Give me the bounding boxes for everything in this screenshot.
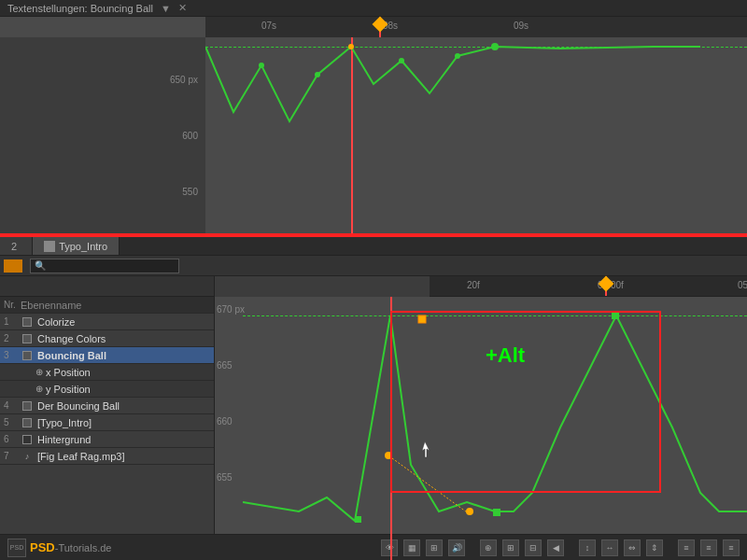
layer-icon-typo-intro [21,416,34,429]
status-icon-2[interactable]: ▦ [403,539,420,556]
layer-row-bouncing-ball[interactable]: 3 Bouncing Ball [0,347,214,364]
status-icon-15[interactable]: ≡ [723,539,740,556]
layer-num-7: 7 [4,451,21,461]
graph-canvas-top [205,37,747,233]
spacer2 [570,539,573,556]
layer-num-6: 6 [4,434,21,444]
ruler-05f: 05f [738,280,747,290]
svg-point-4 [455,53,460,59]
layer-panel: Nr. Ebenenname 1 Colorize 2 Change Color… [0,297,215,560]
y-label-650: 650 px [170,75,198,85]
layer-name-y-position: y Position [46,384,210,395]
search-input[interactable] [30,259,179,273]
timeline-ruler-top: 07s 08s 09s [205,17,747,37]
bottom-panel: 2 Typo_Intro 20f 08:00f 05f Nr. [0,237,747,560]
svg-rect-6 [355,516,361,523]
alt-label: +Alt [486,343,525,368]
y-axis-labels: 650 px 600 550 [0,37,205,233]
layer-row-der-bouncing-ball[interactable]: 4 Der Bouncing Ball [0,398,214,414]
spacer3 [669,539,672,556]
tab-typo-intro-label: Typo_Intro [59,241,107,252]
top-title-label: Textenstellungen: Bouncing Ball [7,3,153,14]
layer-name-mp3: [Fig Leaf Rag.mp3] [37,451,210,462]
sub-icon-y: ⊕ [35,384,43,394]
status-icon-14[interactable]: ≡ [700,539,717,556]
col-ebenenname: Ebenenname [21,300,210,311]
orange-block [4,259,22,273]
playhead-bottom-ruler [605,276,607,296]
layer-row-colorize[interactable]: 1 Colorize [0,314,214,330]
top-graph-area: 650 px 600 550 07s 08s 09s [0,17,747,233]
status-icon-1[interactable]: 👁 [381,539,398,556]
spacer [471,539,474,556]
graph-area-bottom: 670 px 665 660 655 +Alt [215,297,747,560]
layer-row-hintergrund[interactable]: 6 Hintergrund [0,431,214,448]
layer-icon-bouncing-ball [21,349,34,362]
tab-2[interactable]: 2 [0,237,33,255]
logo-icon: PSD [7,539,26,557]
layer-name-typo-intro: [Typo_Intro] [37,417,210,428]
tab-typo-intro[interactable]: Typo_Intro [33,237,120,255]
psd-text: PSD [30,540,55,554]
svg-point-0 [259,63,264,68]
layer-num-5: 5 [4,417,21,427]
status-icon-7[interactable]: ⊟ [525,539,542,556]
layer-icon-change-colors [21,332,34,345]
sub-icon-x: ⊕ [35,367,43,377]
svg-rect-8 [418,315,426,323]
svg-point-3 [399,58,404,63]
svg-rect-11 [612,312,619,319]
status-icon-5[interactable]: ⊕ [480,539,497,556]
status-icon-4[interactable]: 🔊 [448,539,465,556]
graph-svg-top [205,37,747,233]
ruler-09s: 09s [514,17,529,31]
status-icon-11[interactable]: ⇔ [624,539,641,556]
status-icon-9[interactable]: ↕ [579,539,596,556]
timeline-ruler-bottom: 20f 08:00f 05f [430,276,747,297]
status-icon-3[interactable]: ⊞ [426,539,443,556]
status-icon-10[interactable]: ↔ [601,539,618,556]
layer-row-y-position[interactable]: ⊕ y Position [0,381,214,398]
psd-domain: -Tutorials.de [55,542,112,553]
top-panel: Textenstellungen: Bouncing Ball ▼ ✕ 650 … [0,0,747,233]
status-icons: 👁 ▦ ⊞ 🔊 ⊕ ⊞ ⊟ ◀ ↕ ↔ ⇔ ⇕ ≡ ≡ ≡ [381,539,740,556]
ruler-20f: 20f [467,280,480,290]
status-icon-6[interactable]: ⊞ [502,539,519,556]
layer-header-row: Nr. Ebenenname [0,297,214,314]
y-label-665: 665 [217,360,233,371]
status-icon-8[interactable]: ◀ [547,539,564,556]
layer-icon-der-bouncing-ball [21,399,34,413]
y-label-550: 550 [182,187,198,197]
layer-name-bouncing-ball: Bouncing Ball [37,350,210,361]
status-icon-13[interactable]: ≡ [678,539,695,556]
layer-num-1: 1 [4,316,21,327]
svg-rect-10 [493,509,500,516]
layer-row-mp3[interactable]: 7 ♪ [Fig Leaf Rag.mp3] [0,448,214,465]
svg-point-9 [466,508,473,515]
svg-point-1 [315,72,320,77]
bottom-toolbar [0,256,747,276]
graph-svg-bottom [243,297,747,560]
layer-name-x-position: x Position [46,367,210,378]
layer-name-change-colors: Change Colors [37,333,210,344]
layer-header-spacer [0,276,215,297]
layer-row-change-colors[interactable]: 2 Change Colors [0,330,214,347]
playhead-top-line [379,17,381,37]
col-nr: Nr. [4,300,21,310]
layer-name-colorize: Colorize [37,316,210,328]
layer-num-2: 2 [4,333,21,343]
layer-icon-colorize [21,315,34,329]
svg-marker-15 [422,441,430,457]
y-label-655: 655 [217,472,233,483]
playhead-bottom-graph [390,297,392,560]
psd-logo-area: PSD PSD -Tutorials.de [7,539,111,557]
layer-row-typo-intro[interactable]: 5 [Typo_Intro] [0,414,214,431]
bottom-header: 2 Typo_Intro [0,237,747,256]
y-label-660: 660 [217,416,233,427]
layer-num-4: 4 [4,400,21,411]
layer-row-x-position[interactable]: ⊕ x Position [0,364,214,381]
status-icon-12[interactable]: ⇕ [646,539,663,556]
ruler-07s: 07s [261,17,276,31]
layer-num-3: 3 [4,350,21,360]
layer-icon-hintergrund [21,433,34,446]
